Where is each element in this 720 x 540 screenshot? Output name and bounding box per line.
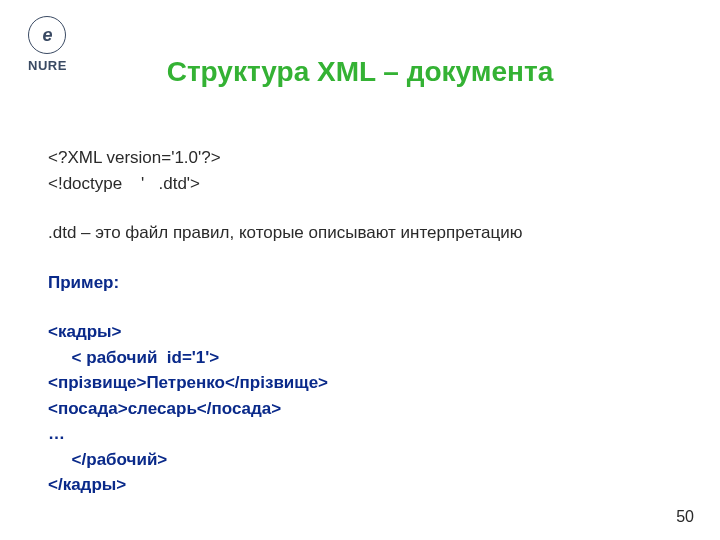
example-line-4: <посада>слесарь</посада> <box>48 396 672 422</box>
page-number: 50 <box>676 508 694 526</box>
example-line-2: < рабочий id='1'> <box>48 345 672 371</box>
slide-content: <?XML version='1.0'?> <!doctype ' .dtd'>… <box>48 145 672 498</box>
example-line-6: </рабочий> <box>48 447 672 473</box>
logo-inner-glyph: e <box>42 25 52 46</box>
example-line-1: <кадры> <box>48 319 672 345</box>
example-line-3: <прізвище>Петренко</прізвище> <box>48 370 672 396</box>
example-line-7: </кадры> <box>48 472 672 498</box>
xml-example-block: <кадры> < рабочий id='1'> <прізвище>Петр… <box>48 319 672 498</box>
logo-circle: e <box>28 16 66 54</box>
xml-declaration-line: <?XML version='1.0'?> <box>48 145 672 171</box>
example-label: Пример: <box>48 270 672 296</box>
slide-title: Структура XML – документа <box>0 56 720 88</box>
dtd-description: .dtd – это файл правил, которые описываю… <box>48 220 672 246</box>
doctype-line: <!doctype ' .dtd'> <box>48 171 672 197</box>
example-line-5: … <box>48 421 672 447</box>
